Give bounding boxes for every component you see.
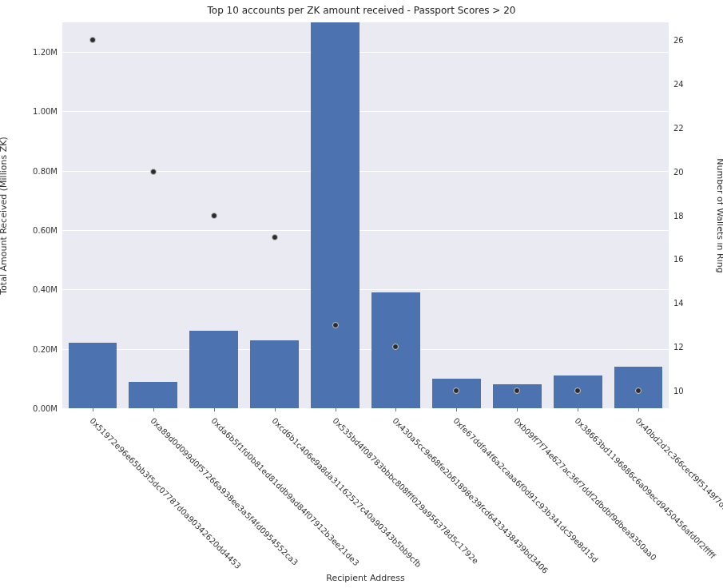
x-tick-label: 0xda6b5f1fd0b81ed81ddb9ad84f07912b3ee21d… (209, 416, 360, 567)
x-tick-label: 0x38663bd1196886c6a09ecd9450456afd0f2fff… (573, 416, 717, 560)
x-tick-mark (336, 408, 336, 411)
chart-title: Top 10 accounts per ZK amount received -… (0, 5, 723, 16)
gridline (62, 289, 669, 290)
gridline (62, 52, 669, 53)
x-tick-mark (578, 408, 578, 411)
y-tick-right-label: 10 (673, 387, 684, 395)
y-tick-left-label: 0.20M (33, 344, 58, 353)
chart-figure: Top 10 accounts per ZK amount received -… (0, 0, 723, 588)
y-tick-right-label: 16 (673, 255, 684, 264)
scatter-point (272, 234, 278, 240)
x-axis-label: Recipient Address (62, 573, 669, 583)
scatter-point (150, 169, 157, 175)
gridline (62, 111, 669, 112)
y-tick-right-label: 18 (673, 211, 684, 220)
x-tick-mark (638, 408, 639, 411)
y-tick-right-label: 12 (673, 343, 684, 352)
gridline (62, 230, 669, 231)
x-tick-label: 0xfe67ddfa4f6a2caaa6f0d91c93b341dc59e8d1… (452, 416, 600, 564)
y-tick-right-label: 24 (673, 79, 684, 88)
y-tick-right-label: 22 (673, 123, 684, 132)
y-tick-right-label: 14 (673, 299, 684, 308)
x-tick-mark (456, 408, 457, 411)
x-axis: Recipient Address 0x51972e96e65bb3f5dc07… (62, 408, 669, 588)
x-tick-mark (93, 408, 93, 411)
y-tick-left-label: 0.60M (33, 226, 58, 235)
x-tick-mark (395, 408, 396, 411)
y-axis-left: Total Amount Received (Millions ZK) 0.00… (0, 22, 62, 408)
x-tick-label: 0xa89d0d099d0f57266a938ee3a5f4fd0954552c… (149, 416, 300, 567)
x-tick-label: 0x535bd4f08783bbbc808fff029a956378d5c179… (331, 416, 480, 566)
bar (311, 22, 360, 408)
scatter-point (89, 37, 96, 43)
y-tick-left-label: 1.20M (33, 48, 58, 57)
y-tick-right-label: 20 (673, 167, 684, 176)
x-tick-mark (153, 408, 154, 411)
gridline (62, 349, 669, 350)
bar (371, 292, 420, 408)
bar (250, 340, 299, 408)
x-tick-label: 0xb09ff7f74e627ac36f7ddf2dbdbf9dbea9350a… (512, 416, 658, 562)
y-tick-left-label: 0.80M (33, 166, 58, 175)
scatter-point (332, 322, 339, 328)
x-tick-mark (517, 408, 518, 411)
y-tick-left-label: 1.00M (33, 107, 58, 116)
y-axis-right-label: Number of Wallets in Ring (715, 158, 724, 272)
y-axis-right: Number of Wallets in Ring 10121416182022… (669, 22, 723, 408)
plot-area (62, 22, 669, 408)
y-axis-left-label: Total Amount Received (Millions ZK) (0, 137, 9, 294)
bar (129, 382, 177, 408)
x-tick-mark (275, 408, 276, 411)
bar (189, 331, 238, 408)
bar (69, 343, 117, 408)
scatter-point (211, 213, 217, 219)
y-tick-left-label: 0.00M (33, 404, 58, 413)
y-tick-left-label: 0.40M (33, 285, 58, 294)
y-tick-right-label: 26 (673, 35, 684, 44)
x-tick-mark (214, 408, 215, 411)
